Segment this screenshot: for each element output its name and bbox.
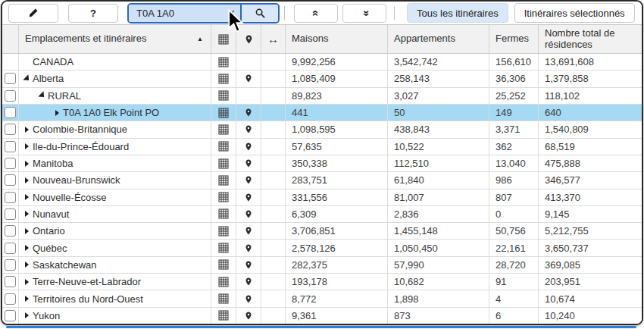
- row-name-cell[interactable]: Saskatchewan: [19, 257, 211, 273]
- table-row[interactable]: Nouveau-Brunswick283,75161,840986346,577: [2, 172, 642, 189]
- row-map-cell[interactable]: [236, 274, 261, 290]
- row-checkbox[interactable]: [5, 107, 16, 118]
- row-checkbox[interactable]: [5, 293, 16, 305]
- table-row[interactable]: Ontario3,706,8511,455,14850,7565,212,755: [2, 223, 642, 240]
- expand-row-icon[interactable]: [21, 127, 33, 133]
- row-grid-cell[interactable]: [211, 105, 236, 121]
- help-button[interactable]: ?: [68, 4, 118, 23]
- row-map-cell[interactable]: [236, 190, 261, 205]
- row-checkbox[interactable]: [5, 259, 16, 271]
- header-grid-column[interactable]: [211, 25, 236, 53]
- row-grid-cell[interactable]: [211, 223, 236, 239]
- expand-row-icon[interactable]: [52, 110, 63, 116]
- row-checkbox[interactable]: [5, 124, 16, 135]
- row-name-cell[interactable]: Nouveau-Brunswick: [19, 172, 211, 188]
- row-name-cell[interactable]: Ile-du-Prince-Édouard: [19, 139, 211, 155]
- header-total-residences[interactable]: Nombre total de résidences: [539, 25, 642, 53]
- row-grid-cell[interactable]: [211, 155, 236, 171]
- header-resize-column[interactable]: ↔: [261, 25, 286, 53]
- table-row[interactable]: Territoires du Nord-Ouest8,7721,898410,6…: [2, 290, 642, 307]
- expand-row-icon[interactable]: [21, 245, 33, 251]
- row-map-cell[interactable]: [236, 223, 261, 239]
- table-row[interactable]: T0A 1A0 Elk Point PO44150149640: [2, 105, 642, 121]
- row-checkbox[interactable]: [5, 141, 16, 152]
- row-checkbox[interactable]: [5, 310, 16, 321]
- tab-selected-routes[interactable]: Itinéraires sélectionnés: [514, 3, 635, 23]
- row-grid-cell[interactable]: [211, 172, 236, 188]
- row-checkbox[interactable]: [5, 90, 16, 102]
- row-checkbox[interactable]: [5, 158, 16, 169]
- table-row[interactable]: Manitoba350,338112,51013,040475,888: [2, 155, 642, 172]
- row-map-cell[interactable]: [236, 70, 261, 86]
- row-map-cell[interactable]: [236, 172, 261, 188]
- row-name-cell[interactable]: Colombie-Britannique: [19, 121, 211, 137]
- row-checkbox[interactable]: [5, 225, 16, 237]
- row-name-cell[interactable]: Québec: [19, 240, 211, 255]
- table-row[interactable]: RURAL89,8233,02725,252118,102: [2, 88, 642, 105]
- row-grid-cell[interactable]: [211, 257, 236, 273]
- search-input[interactable]: T0A 1A0 ✕: [129, 5, 240, 22]
- row-grid-cell[interactable]: [211, 206, 236, 222]
- row-name-cell[interactable]: Nunavut: [19, 206, 211, 222]
- row-grid-cell[interactable]: [211, 290, 236, 306]
- row-name-cell[interactable]: T0A 1A0 Elk Point PO: [19, 105, 211, 121]
- row-grid-cell[interactable]: [211, 54, 236, 70]
- header-appartements[interactable]: Appartements: [388, 25, 489, 53]
- row-map-cell[interactable]: [236, 206, 261, 222]
- expand-row-icon[interactable]: [21, 279, 33, 285]
- row-name-cell[interactable]: CANADA: [19, 54, 211, 70]
- row-grid-cell[interactable]: [211, 121, 236, 137]
- row-map-cell[interactable]: [236, 257, 261, 273]
- row-name-cell[interactable]: Ontario: [19, 223, 211, 239]
- search-button[interactable]: [240, 5, 278, 22]
- row-grid-cell[interactable]: [211, 139, 236, 155]
- row-grid-cell[interactable]: [211, 70, 236, 86]
- row-name-cell[interactable]: Manitoba: [19, 155, 211, 171]
- header-fermes[interactable]: Fermes: [489, 25, 539, 53]
- clear-search-icon[interactable]: ✕: [227, 8, 236, 19]
- row-grid-cell[interactable]: [211, 88, 236, 104]
- table-row[interactable]: Alberta1,085,409258,14336,3061,379,858: [2, 70, 642, 87]
- expand-row-icon[interactable]: [21, 161, 33, 167]
- row-checkbox[interactable]: [5, 73, 16, 84]
- row-grid-cell[interactable]: [211, 240, 236, 255]
- expand-row-icon[interactable]: [21, 296, 33, 302]
- header-locations-routes[interactable]: Emplacements et itinéraires ▲: [19, 25, 211, 53]
- tab-all-routes[interactable]: Tous les itinéraires: [407, 3, 508, 23]
- row-map-cell[interactable]: [236, 290, 261, 306]
- row-name-cell[interactable]: Terre-Neuve-et-Labrador: [19, 274, 211, 290]
- table-row[interactable]: Yukon9,361873610,240: [2, 308, 642, 324]
- expand-row-icon[interactable]: [21, 177, 33, 183]
- expand-row-icon[interactable]: [21, 194, 33, 200]
- row-map-cell[interactable]: [236, 105, 261, 121]
- row-checkbox[interactable]: [5, 208, 16, 220]
- table-row[interactable]: Ile-du-Prince-Édouard57,63510,52236268,5…: [2, 139, 642, 155]
- collapse-row-icon[interactable]: [21, 75, 33, 83]
- collapse-all-button[interactable]: «: [294, 4, 338, 23]
- table-row[interactable]: CANADA9,992,2563,542,742156,61013,691,60…: [2, 54, 642, 70]
- row-map-cell[interactable]: [236, 240, 261, 255]
- row-grid-cell[interactable]: [211, 274, 236, 290]
- header-maisons[interactable]: Maisons: [286, 25, 388, 53]
- row-grid-cell[interactable]: [211, 308, 236, 324]
- table-row[interactable]: Nouvelle-Écosse331,55681,007807413,370: [2, 190, 642, 206]
- table-row[interactable]: Québec2,578,1261,050,45022,1613,650,737: [2, 240, 642, 256]
- row-checkbox[interactable]: [5, 243, 16, 254]
- row-map-cell[interactable]: [236, 121, 261, 137]
- expand-row-icon[interactable]: [21, 211, 33, 217]
- expand-all-button[interactable]: «: [342, 4, 386, 23]
- row-grid-cell[interactable]: [211, 190, 236, 205]
- expand-row-icon[interactable]: [21, 312, 33, 318]
- row-checkbox[interactable]: [5, 174, 16, 186]
- row-name-cell[interactable]: Nouvelle-Écosse: [19, 190, 211, 205]
- edit-button[interactable]: [8, 4, 58, 23]
- row-checkbox[interactable]: [5, 192, 16, 203]
- row-map-cell[interactable]: [236, 139, 261, 155]
- row-name-cell[interactable]: Territoires du Nord-Ouest: [19, 290, 211, 306]
- row-map-cell[interactable]: [236, 155, 261, 171]
- row-name-cell[interactable]: Alberta: [19, 70, 211, 86]
- header-map-column[interactable]: [236, 25, 261, 53]
- row-map-cell[interactable]: [236, 308, 261, 324]
- row-name-cell[interactable]: Yukon: [19, 308, 211, 324]
- expand-row-icon[interactable]: [21, 262, 33, 268]
